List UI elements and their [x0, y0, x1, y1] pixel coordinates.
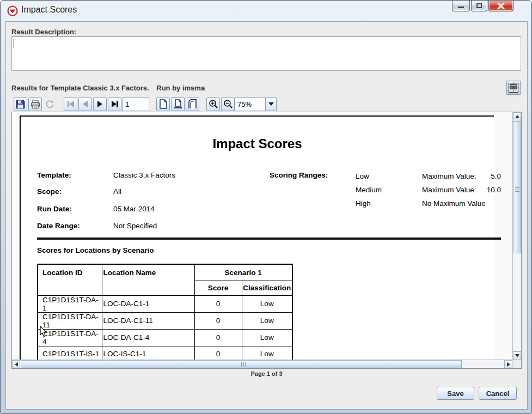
- table-row: C1P1D1S1T-DA-4 LOC-DA-C1-4 0 Low: [38, 329, 292, 346]
- col-header-classification: Classification: [242, 281, 292, 295]
- scope-value: All: [113, 187, 121, 196]
- horizontal-scrollbar-thumb[interactable]: [21, 360, 462, 368]
- page-number-input[interactable]: [123, 98, 149, 111]
- range-low-value: 5.0: [456, 172, 501, 180]
- zoom-out-button[interactable]: [221, 98, 235, 111]
- window-title: Impact Scores: [21, 5, 77, 15]
- single-page-view-button[interactable]: [156, 98, 170, 111]
- refresh-button-disabled[interactable]: [43, 98, 57, 111]
- vertical-scrollbar[interactable]: [512, 112, 521, 360]
- template-value: Classic 3.x Factors: [113, 171, 175, 179]
- app-icon: [7, 5, 18, 16]
- print-report-button[interactable]: [28, 98, 42, 111]
- page-indicator: Page 1 of 3: [11, 370, 522, 377]
- next-page-button[interactable]: [93, 98, 107, 111]
- arrow-up-icon: [515, 115, 519, 118]
- next-page-icon: [97, 101, 102, 107]
- zoom-level-input[interactable]: [235, 98, 266, 111]
- vertical-scrollbar-thumb[interactable]: [513, 121, 521, 253]
- text-caret: [14, 39, 14, 48]
- section-divider: [37, 238, 501, 240]
- zoom-out-icon: [223, 99, 233, 109]
- report-viewer-button[interactable]: [506, 81, 521, 95]
- scores-section-title: Scores for Locations by Scenario: [37, 246, 154, 254]
- zoom-in-button[interactable]: [206, 98, 220, 111]
- scroll-right-button[interactable]: [504, 360, 512, 368]
- range-medium-value: 10.0: [456, 186, 501, 194]
- range-low-name: Low: [356, 172, 369, 180]
- table-row: C1P1D1S1T-DA-11 LOC-DA-C1-11 0 Low: [38, 312, 292, 329]
- minimize-icon: [458, 7, 464, 8]
- cell-location-name: LOC-IS-C1-1: [102, 346, 194, 360]
- arrow-left-icon: [15, 362, 18, 367]
- last-page-button[interactable]: [108, 98, 121, 111]
- zoom-level-dropdown-button[interactable]: [266, 98, 277, 111]
- cell-location-name: LOC-DA-C1-1: [102, 295, 194, 312]
- cell-classification: Low: [242, 346, 292, 360]
- multi-page-view-button[interactable]: [186, 98, 199, 111]
- cell-location-id: C1P1D1S1T-IS-1: [38, 346, 102, 360]
- cell-classification: Low: [242, 295, 292, 312]
- save-button[interactable]: Save: [437, 387, 474, 400]
- date-range-value: Not Specified: [113, 222, 157, 230]
- template-label: Template:: [37, 171, 71, 179]
- results-summary-line: Results for Template Classic 3.x Factors…: [11, 84, 205, 92]
- run-date-value: 05 Mar 2014: [113, 205, 155, 213]
- fit-page-icon: [174, 99, 182, 109]
- result-description-input[interactable]: [11, 36, 521, 71]
- maximize-icon: [476, 3, 482, 8]
- cancel-button[interactable]: Cancel: [479, 387, 517, 400]
- horizontal-scrollbar[interactable]: [12, 360, 512, 368]
- minimize-button[interactable]: [452, 1, 470, 11]
- close-button[interactable]: [488, 1, 513, 11]
- col-header-score: Score: [194, 281, 242, 295]
- multi-page-icon: [188, 99, 197, 109]
- results-template-text: Results for Template Classic 3.x Factors…: [11, 84, 149, 92]
- date-range-label: Date Range:: [37, 222, 80, 230]
- close-icon: [497, 3, 505, 9]
- table-row: C1P1D1S1T-IS-1 LOC-IS-C1-1 0 Low: [38, 346, 292, 360]
- report-title: Impact Scores: [21, 136, 494, 151]
- report-viewer-icon: [509, 83, 518, 93]
- table-row: C1P1D1S1T-DA-1 LOC-DA-C1-1 0 Low: [38, 295, 292, 312]
- cell-classification: Low: [242, 312, 292, 329]
- impact-scores-window: Impact Scores Result Description: Result…: [0, 0, 532, 414]
- scroll-up-button[interactable]: [513, 112, 521, 120]
- cell-classification: Low: [242, 329, 292, 346]
- cell-score: 0: [194, 312, 242, 329]
- zoom-in-icon: [209, 99, 218, 109]
- scrollbar-corner: [512, 360, 521, 368]
- dropdown-arrow-icon: [268, 102, 274, 106]
- scroll-left-button[interactable]: [12, 360, 20, 368]
- range-medium-name: Medium: [356, 186, 382, 194]
- single-page-icon: [159, 99, 168, 109]
- last-page-icon: [112, 101, 117, 107]
- save-report-button[interactable]: [14, 98, 27, 111]
- arrow-down-icon: [515, 354, 519, 357]
- results-runby-text: Run by imsma: [156, 84, 205, 92]
- col-header-location-name: Location Name: [102, 264, 194, 295]
- result-description-label: Result Description:: [11, 28, 76, 36]
- previous-page-icon: [83, 101, 88, 107]
- report-viewport[interactable]: Impact Scores Template: Classic 3.x Fact…: [12, 112, 512, 360]
- cell-location-name: LOC-DA-C1-11: [102, 312, 194, 329]
- cell-score: 0: [194, 346, 242, 360]
- cell-location-id: C1P1D1S1T-DA-11: [38, 312, 102, 329]
- cell-score: 0: [194, 295, 242, 312]
- run-date-label: Run Date:: [37, 205, 72, 213]
- scroll-down-button[interactable]: [513, 351, 521, 360]
- arrow-right-icon: [507, 362, 510, 367]
- refresh-icon: [45, 100, 54, 109]
- range-high-name: High: [356, 199, 371, 208]
- scoring-ranges-label: Scoring Ranges:: [270, 171, 328, 179]
- save-icon: [16, 100, 25, 109]
- cell-location-name: LOC-DA-C1-4: [102, 329, 194, 346]
- fit-page-view-button[interactable]: [171, 98, 185, 111]
- titlebar[interactable]: Impact Scores: [1, 1, 531, 21]
- maximize-button[interactable]: [471, 1, 487, 11]
- previous-page-button[interactable]: [78, 98, 92, 111]
- cell-location-id: C1P1D1S1T-DA-1: [38, 295, 102, 312]
- first-page-button[interactable]: [64, 98, 77, 111]
- print-icon: [30, 100, 40, 109]
- col-header-scenario: Scenario 1: [194, 264, 292, 281]
